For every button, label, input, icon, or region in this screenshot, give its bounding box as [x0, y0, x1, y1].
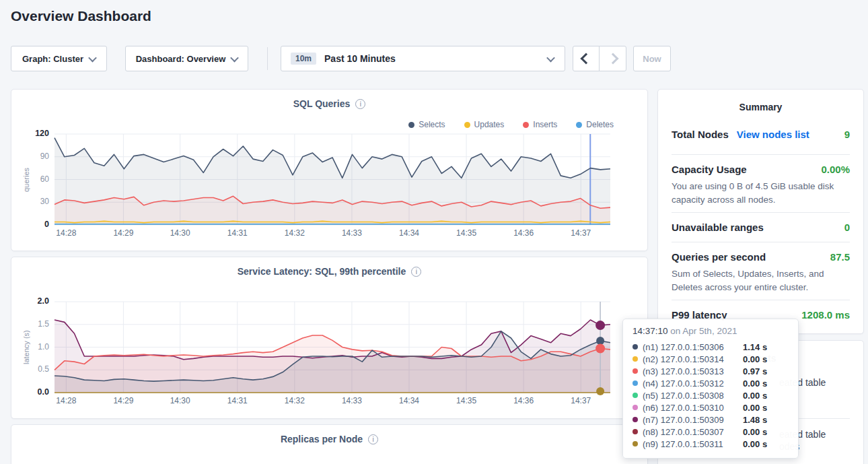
info-icon[interactable]: i: [411, 267, 421, 277]
y-axis-tick: 2.0: [13, 296, 49, 306]
divider: [672, 300, 850, 300]
tooltip-row: (n3) 127.0.0.1:503130.97 s: [632, 365, 789, 377]
tooltip-row: (n1) 127.0.0.1:503061.14 s: [632, 341, 789, 353]
x-axis-tick: 14:29: [113, 228, 133, 238]
latency-chart-svg[interactable]: [55, 302, 610, 393]
x-axis-tick: 14:28: [56, 228, 76, 238]
stat-value: 87.5: [830, 251, 850, 263]
latency-value: 0.00 s: [743, 403, 767, 413]
stat-queries-per-second: Queries per second 87.5 Sum of Selects, …: [672, 251, 850, 294]
service-latency-chart-card: Service Latency: SQL, 99th percentile i …: [11, 257, 648, 419]
time-prev-button[interactable]: [573, 46, 600, 71]
node-address: (n1) 127.0.0.1:50306: [643, 342, 738, 352]
chevron-right-icon: [607, 53, 618, 65]
legend-item[interactable]: Inserts: [523, 120, 557, 129]
view-nodes-list-link[interactable]: View nodes list: [737, 129, 809, 140]
x-axis-tick: 14:30: [170, 396, 190, 405]
series-color-dot: [632, 368, 638, 374]
summary-title: Summary: [658, 102, 863, 112]
stat-value: 0: [844, 222, 850, 233]
time-next-button[interactable]: [599, 46, 626, 71]
latency-value: 0.00 s: [743, 378, 767, 389]
tooltip-row: (n8) 127.0.0.1:503070.00 s: [632, 426, 789, 438]
sql-queries-legend: SelectsUpdatesInsertsDeletes: [408, 120, 614, 129]
divider: [672, 212, 850, 213]
summary-panel: Summary Total Nodes View nodes list 9 Ca…: [657, 89, 864, 334]
latency-value: 0.00 s: [743, 391, 767, 401]
x-axis-tick: 14:35: [456, 396, 476, 405]
info-icon[interactable]: i: [355, 99, 365, 109]
sql-chart-svg[interactable]: [55, 134, 610, 225]
x-axis-tick: 14:35: [456, 228, 476, 238]
latency-value: 1.48 s: [743, 415, 767, 425]
x-axis-tick: 14:30: [170, 228, 190, 238]
y-axis-tick: 60: [13, 174, 49, 184]
replicas-chart-title: Replicas per Node i: [11, 434, 647, 444]
chart-hover-tooltip: 14:37:10 on Apr 5th, 2021 (n1) 127.0.0.1…: [622, 319, 799, 459]
page-title: Overview Dashboard: [11, 8, 151, 24]
legend-color-dot: [523, 122, 529, 128]
divider: [672, 154, 850, 155]
chevron-down-icon: [88, 53, 97, 62]
stat-value: 9: [844, 129, 850, 140]
service-latency-plot[interactable]: [55, 302, 610, 393]
node-address: (n4) 127.0.0.1:50312: [643, 378, 738, 389]
series-color-dot: [632, 356, 638, 362]
stat-value: 0.00%: [821, 164, 850, 175]
x-axis-tick: 14:29: [113, 396, 133, 405]
y-axis-tick: 0.5: [13, 364, 49, 374]
legend-item[interactable]: Deletes: [576, 120, 614, 129]
time-now-button[interactable]: Now: [633, 46, 671, 71]
tooltip-row: (n7) 127.0.0.1:503091.48 s: [632, 413, 789, 426]
legend-label: Selects: [419, 120, 445, 129]
sql-queries-chart-title: SQL Queries i: [11, 98, 647, 109]
stat-label: Capacity Usage: [672, 164, 747, 175]
y-axis-tick: 1.0: [13, 342, 49, 352]
series-color-dot: [632, 405, 638, 410]
y-axis-tick: 120: [13, 129, 49, 138]
tooltip-row: (n5) 127.0.0.1:503080.00 s: [632, 389, 789, 401]
tooltip-row: (n4) 127.0.0.1:503120.00 s: [632, 377, 789, 389]
latency-value: 0.00 s: [743, 427, 767, 437]
y-axis-tick: 90: [13, 152, 49, 161]
time-range-label: Past 10 Minutes: [324, 53, 396, 64]
x-axis-tick: 14:32: [285, 396, 305, 405]
sql-queries-plot[interactable]: [55, 134, 610, 225]
y-axis-tick: 30: [13, 197, 49, 206]
service-latency-chart-title: Service Latency: SQL, 99th percentile i: [11, 266, 647, 277]
latency-value: 0.00 s: [743, 354, 767, 364]
stat-total-nodes: Total Nodes View nodes list 9: [672, 129, 850, 140]
legend-item[interactable]: Selects: [408, 120, 445, 129]
x-axis-tick: 14:33: [342, 228, 362, 238]
dashboard-dropdown-label: Dashboard: Overview: [136, 54, 226, 64]
chevron-left-icon: [581, 53, 592, 65]
x-axis-tick: 14:34: [399, 396, 419, 405]
y-axis-tick: 0: [13, 220, 49, 229]
now-button-label: Now: [643, 54, 661, 64]
latency-value: 0.97 s: [743, 366, 767, 376]
x-axis-tick: 14:37: [571, 228, 591, 238]
latency-value: 0.00 s: [743, 439, 767, 449]
stat-label: Unavailable ranges: [672, 222, 764, 233]
series-color-dot: [632, 417, 638, 422]
stat-label: Total Nodes: [672, 129, 729, 140]
x-axis-tick: 14:31: [227, 396, 248, 405]
time-range-dropdown[interactable]: 10m Past 10 Minutes: [281, 46, 565, 71]
dashboard-dropdown[interactable]: Dashboard: Overview: [125, 46, 248, 71]
tooltip-rows: (n1) 127.0.0.1:503061.14 s(n2) 127.0.0.1…: [632, 341, 789, 450]
x-axis-tick: 14:37: [571, 396, 591, 405]
latency-value: 1.14 s: [743, 342, 767, 352]
legend-item[interactable]: Updates: [464, 120, 505, 129]
series-color-dot: [632, 344, 638, 350]
y-axis-tick: 0.0: [13, 387, 49, 397]
series-color-dot: [632, 429, 638, 434]
node-address: (n7) 127.0.0.1:50309: [643, 415, 738, 425]
x-axis-tick: 14:31: [227, 228, 248, 238]
info-icon[interactable]: i: [368, 434, 378, 444]
overview-dashboard-page: Overview Dashboard Graph: Cluster Dashbo…: [0, 0, 868, 464]
legend-label: Deletes: [586, 120, 614, 129]
time-range-badge: 10m: [291, 53, 316, 65]
stat-description: Sum of Selects, Updates, Inserts, and De…: [672, 267, 850, 294]
graph-dropdown[interactable]: Graph: Cluster: [11, 46, 107, 71]
legend-label: Inserts: [533, 120, 557, 129]
